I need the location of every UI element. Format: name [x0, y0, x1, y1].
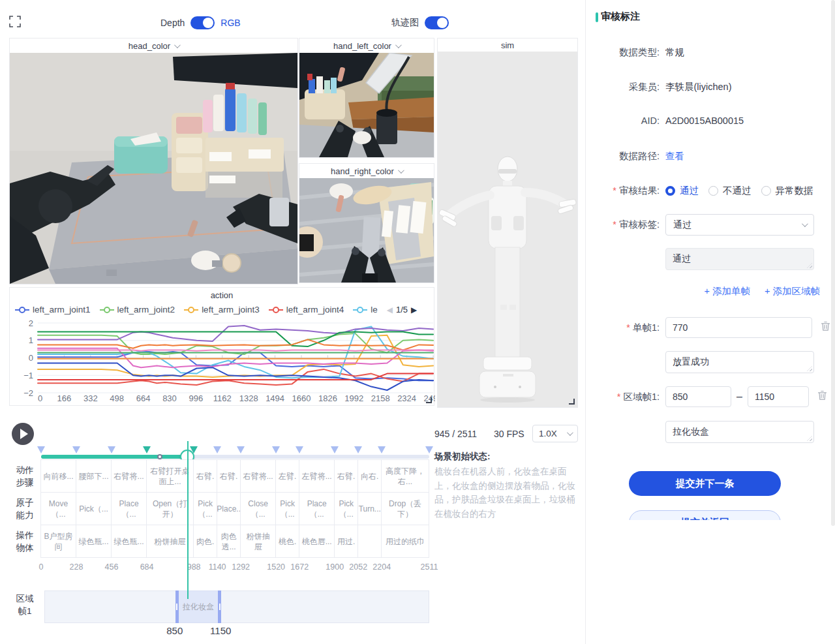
region-grip-right[interactable] [219, 604, 220, 610]
view-link[interactable]: 查看 [665, 150, 684, 162]
legend-prev-icon[interactable]: ◀ [387, 305, 393, 314]
action-chart-svg[interactable]: 210−1−2016633249866483099611621328149416… [10, 318, 435, 405]
table-cell[interactable]: Pick（... [76, 492, 112, 525]
table-cell[interactable]: 用过的纸巾 [381, 525, 429, 558]
radio-icon[interactable] [761, 186, 771, 196]
timeline-marker-icon[interactable] [331, 446, 339, 453]
region-grip-left[interactable] [176, 604, 177, 610]
single-frame-desc-textarea[interactable]: 放置成功 [665, 351, 814, 373]
resize-corner-icon[interactable] [569, 399, 575, 405]
table-cell[interactable]: 肉色透... [217, 525, 241, 558]
trajectory-switch[interactable] [425, 16, 449, 29]
legend-item[interactable]: left_arm_joint4 [269, 305, 344, 314]
table-cell[interactable]: Turn... [357, 492, 382, 525]
region-end-input[interactable]: 1150 [748, 386, 809, 407]
trash-icon[interactable] [821, 321, 830, 334]
table-cell[interactable]: 用过. [334, 525, 358, 558]
table-cell[interactable]: 向前移... [40, 459, 76, 493]
timeline-marker-icon[interactable] [378, 446, 386, 453]
review-tag-select[interactable]: 通过 [665, 214, 814, 236]
review-result-option[interactable]: 不通过 [708, 185, 752, 197]
table-cell[interactable]: 绿色瓶... [76, 525, 112, 558]
legend-item[interactable]: left_arm_joint2 [100, 305, 175, 314]
textarea-resize-icon[interactable] [807, 263, 812, 268]
legend-item[interactable]: le [353, 305, 378, 314]
camera-header-hand-right[interactable]: hand_right_color [299, 164, 434, 178]
textarea-resize-icon[interactable] [807, 436, 812, 441]
table-cell[interactable]: Place（... [299, 492, 335, 525]
fullscreen-icon[interactable] [9, 16, 21, 27]
radio-icon[interactable] [665, 186, 675, 196]
table-cell[interactable]: 右臂. [217, 459, 241, 493]
aid-label: AID: [586, 115, 660, 126]
table-cell[interactable]: Drop（丢下） [381, 492, 429, 525]
table-cell[interactable]: Pick（... [275, 492, 299, 525]
camera-header-head[interactable]: head_color [10, 38, 297, 53]
textarea-resize-icon[interactable] [807, 366, 812, 371]
region-frame-desc-textarea[interactable]: 拉化妆盒 [665, 421, 814, 443]
timeline-marker-icon[interactable] [108, 446, 115, 453]
depth-rgb-switch[interactable] [190, 16, 215, 29]
timeline-marker-icon[interactable] [37, 446, 45, 453]
review-result-option[interactable]: 通过 [665, 185, 699, 197]
timeline-marker-icon[interactable] [425, 446, 433, 453]
table-cell[interactable]: Place（... [111, 492, 147, 525]
table-cell[interactable]: 右臂将... [111, 459, 147, 493]
add-single-frame-link[interactable]: + 添加单帧 [705, 285, 751, 298]
region-frame-box[interactable]: 拉化妆盒 [175, 590, 221, 623]
timeline-marker-icon[interactable] [354, 446, 362, 453]
table-cell[interactable]: 左臂将... [299, 459, 335, 493]
region-start-input[interactable]: 850 [665, 386, 731, 407]
table-cell[interactable]: Place.. [217, 492, 241, 525]
timeline-marker-icon[interactable] [72, 446, 80, 453]
table-cell[interactable]: 桃色. [275, 525, 299, 558]
table-cell[interactable]: 粉饼抽屉 [240, 525, 276, 558]
legend-next-icon[interactable]: ▶ [411, 305, 417, 314]
table-cell[interactable]: Move（... [40, 492, 76, 525]
table-cell[interactable]: 肉色. [193, 525, 217, 558]
play-button[interactable] [12, 423, 34, 445]
submit-next-button[interactable]: 提交并下一条 [629, 471, 781, 496]
camera-header-hand-left[interactable]: hand_left_color [299, 38, 434, 53]
sim-viewport[interactable] [438, 52, 577, 407]
timeline-marker-icon[interactable] [272, 446, 280, 453]
table-cell[interactable]: 右臂. [334, 459, 358, 493]
table-cell[interactable]: 腰部下... [76, 459, 112, 493]
tag-note-textarea[interactable]: 通过 [665, 248, 814, 270]
table-cell[interactable]: 向右. [357, 459, 382, 493]
legend-item[interactable]: left_arm_joint1 [15, 305, 91, 314]
table-cell[interactable]: 左臂. [275, 459, 299, 493]
timeline-marker-icon[interactable] [237, 446, 245, 453]
add-region-frame-link[interactable]: + 添加区域帧 [765, 285, 820, 298]
table-cell[interactable]: Close（... [240, 492, 276, 525]
table-cell[interactable] [357, 525, 382, 558]
frame-axis-label: 228 [70, 562, 84, 572]
panel-scrollbar[interactable] [831, 0, 835, 526]
legend-item[interactable]: left_arm_joint3 [184, 305, 260, 314]
table-cell[interactable]: Pick（... [193, 492, 217, 525]
tag-note-text: 通过 [673, 253, 691, 264]
resize-corner-icon[interactable] [426, 397, 432, 403]
timeline-marker-icon[interactable] [143, 446, 151, 453]
svg-text:498: 498 [110, 393, 124, 403]
legend-pager: ◀ 1/5 ▶ [387, 305, 418, 314]
review-result-option[interactable]: 异常数据 [761, 185, 813, 197]
chevron-down-icon [398, 167, 404, 174]
single-frame-input[interactable]: 770 [665, 317, 812, 338]
table-cell[interactable]: B户型房间 [40, 525, 76, 558]
table-cell[interactable]: 绿色瓶... [111, 525, 147, 558]
timeline-marker-icon[interactable] [213, 446, 221, 453]
table-cell[interactable]: 右臂. [193, 459, 217, 493]
region-frame-track[interactable]: 拉化妆盒 [44, 590, 429, 623]
timeline-marker-icon[interactable] [190, 446, 198, 453]
speed-select[interactable]: 1.0X [532, 425, 578, 442]
submit-back-button[interactable]: 提交并返回 [629, 510, 781, 520]
table-cell[interactable]: 右臂将... [240, 459, 276, 493]
radio-icon[interactable] [708, 186, 718, 196]
playhead-line[interactable] [187, 441, 189, 599]
trash-icon[interactable] [817, 390, 827, 403]
table-cell[interactable]: 高度下降，右... [381, 459, 429, 493]
timeline-marker-icon[interactable] [296, 446, 303, 453]
table-cell[interactable]: 桃色唇... [299, 525, 335, 558]
table-cell[interactable]: Pick（... [334, 492, 358, 525]
